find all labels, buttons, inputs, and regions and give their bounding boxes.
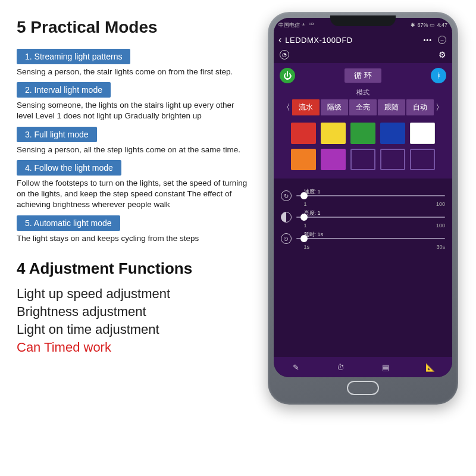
mode-2-title: 2. Interval light mode: [17, 82, 111, 98]
slider-max-bright: 100: [436, 223, 445, 228]
function-3: Light on time adjustment: [17, 322, 250, 337]
phone-frame: 中国电信 ᯤ ᴴᴰ ✱ 67% ▭ 4:47 ‹ LEDDMX-100DFD: [268, 12, 458, 405]
back-button[interactable]: ‹: [278, 35, 281, 45]
mode-5-desc: The light stays on and keeps cycling fro…: [17, 233, 250, 244]
time-label: 4:47: [437, 22, 447, 28]
battery-label: 67%: [417, 22, 428, 28]
slider-row-time: ⏲延时: 1s1s30s: [281, 233, 445, 244]
footer-tabs-icon[interactable]: ▤: [379, 361, 392, 374]
color-swatch-empty-1[interactable]: [380, 149, 405, 170]
heading-modes: 5 Practical Modes: [17, 18, 250, 37]
slider-max-time: 30s: [436, 244, 445, 250]
sliders-panel: ↻速度: 11100亮度: 11100⏲延时: 1s1s30s: [274, 178, 452, 263]
slider-track-speed[interactable]: [296, 195, 445, 196]
mode-4-desc: Follow the footsteps to turn on the ligh…: [17, 178, 250, 211]
slider-min-time: 1s: [304, 244, 310, 250]
minimize-button[interactable]: –: [438, 36, 446, 44]
mode-tabs: 〈 流水隔级全亮跟随自动 〉: [280, 99, 446, 115]
bluetooth-icon: ✱: [411, 22, 415, 28]
bright-icon: [281, 212, 292, 223]
slider-min-bright: 1: [304, 223, 307, 228]
color-swatch-5[interactable]: [291, 149, 316, 170]
color-swatch-4[interactable]: [410, 123, 435, 144]
color-swatch-empty-2[interactable]: [410, 149, 435, 170]
home-button[interactable]: [347, 381, 379, 395]
mode-3-title: 3. Full light mode: [17, 127, 97, 142]
mode-tab-2[interactable]: 全亮: [349, 99, 377, 115]
slider-row-speed: ↻速度: 11100: [281, 190, 445, 201]
slider-thumb-speed[interactable]: [300, 192, 308, 199]
slider-thumb-bright[interactable]: [300, 214, 308, 221]
color-swatch-1[interactable]: [321, 123, 346, 144]
mode-5-title: 5. Automatic light mode: [17, 215, 120, 231]
mode-2-desc: Sensing someone, the lights on the stair…: [17, 100, 250, 121]
app-topbar: ‹ LEDDMX-100DFD ••• –: [274, 31, 452, 49]
mode-heading: 模式: [280, 88, 446, 97]
slider-thumb-time[interactable]: [300, 235, 308, 242]
function-2: Brightness adjustment: [17, 304, 250, 320]
footer-edit-icon[interactable]: ✎: [290, 361, 303, 374]
speed-icon: ↻: [281, 190, 292, 201]
profile-icon[interactable]: ◔: [280, 50, 289, 60]
app-title: LEDDMX-100DFD: [285, 36, 352, 45]
color-swatch-6[interactable]: [321, 149, 346, 170]
function-4: Can Timed work: [17, 340, 250, 355]
function-1: Light up speed adjustment: [17, 286, 250, 302]
mode-tab-1[interactable]: 隔级: [321, 99, 348, 115]
mode-tab-3[interactable]: 跟随: [378, 99, 405, 115]
power-button[interactable]: ⏻: [280, 68, 295, 83]
bluetooth-button[interactable]: ᚼ: [431, 68, 446, 83]
mode-tab-0[interactable]: 流水: [292, 99, 320, 115]
color-grid: [280, 123, 446, 170]
settings-icon[interactable]: ⚙: [439, 50, 446, 60]
color-swatch-3[interactable]: [380, 123, 405, 144]
phone-screen: 中国电信 ᯤ ᴴᴰ ✱ 67% ▭ 4:47 ‹ LEDDMX-100DFD: [274, 18, 452, 377]
mode-4-title: 4. Follow the light mode: [17, 160, 121, 176]
slider-min-speed: 1: [304, 201, 307, 207]
mode-1-title: 1. Streaming light patterns: [17, 49, 130, 64]
slider-row-bright: 亮度: 11100: [281, 212, 445, 223]
phone-notch: [330, 15, 396, 26]
slider-track-time[interactable]: [296, 238, 445, 239]
slider-track-bright[interactable]: [296, 217, 445, 218]
footer-angle-icon[interactable]: 📐: [424, 361, 437, 374]
loop-label[interactable]: 循 环: [345, 68, 381, 83]
mid-panel: ⏻ 循 环 ᚼ 模式 〈 流水隔级全亮跟随自动 〉: [274, 63, 452, 178]
footer-timer-icon[interactable]: ⏱: [334, 361, 347, 374]
mode-3-desc: Sensing a person, all the step lights co…: [17, 145, 250, 155]
color-swatch-0[interactable]: [291, 123, 316, 144]
battery-icon: ▭: [430, 22, 435, 28]
color-swatch-2[interactable]: [350, 123, 375, 144]
slider-max-speed: 100: [436, 201, 445, 207]
color-swatch-empty-0[interactable]: [350, 149, 375, 170]
heading-functions: 4 Adjustment Functions: [17, 259, 250, 278]
mode-1-desc: Sensing a person, the stair lights come …: [17, 67, 250, 77]
carrier-label: 中国电信: [278, 21, 300, 29]
tabs-next-button[interactable]: 〉: [434, 102, 445, 113]
app-subbar: ◔ ⚙: [274, 49, 452, 63]
more-button[interactable]: •••: [423, 36, 432, 43]
footer-bar: ✎ ⏱ ▤ 📐: [274, 357, 452, 377]
mode-tab-4[interactable]: 自动: [406, 99, 434, 115]
tabs-prev-button[interactable]: 〈: [281, 102, 292, 113]
time-icon: ⏲: [281, 233, 292, 244]
signal-icon: ᯤ ᴴᴰ: [302, 22, 314, 28]
